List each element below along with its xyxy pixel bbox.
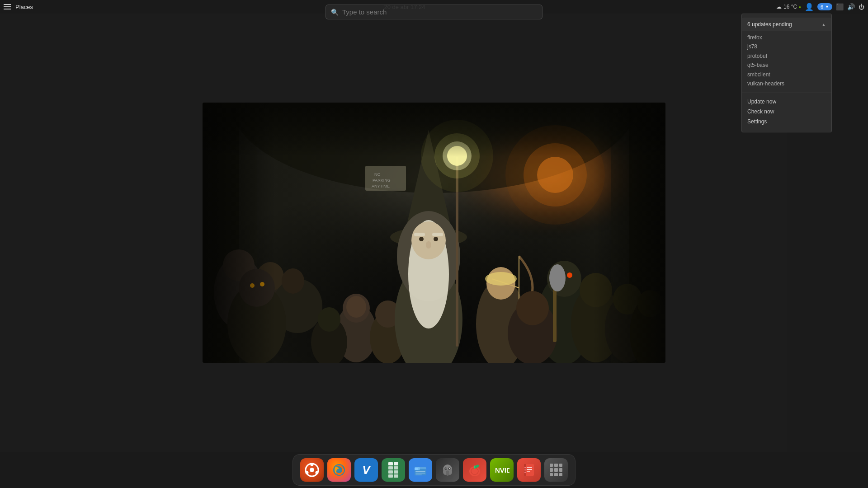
svg-point-104 xyxy=(524,472,526,473)
dock-item-nvidia[interactable]: NVIDIA xyxy=(490,458,514,482)
vmware-icon: V xyxy=(362,463,370,477)
svg-text:NO: NO xyxy=(374,172,381,177)
weather-icon: ☁ xyxy=(776,4,782,10)
search-container: 🔍 xyxy=(326,5,542,19)
search-input[interactable] xyxy=(326,5,542,19)
dock-item-tableplus[interactable] xyxy=(382,458,405,482)
package-item: js78 xyxy=(747,42,826,51)
table-icon xyxy=(388,462,398,478)
svg-text:PARKING: PARKING xyxy=(373,178,391,183)
settings-button[interactable]: Settings xyxy=(747,117,826,127)
dock-item-firefox[interactable] xyxy=(327,458,351,482)
svg-rect-80 xyxy=(415,468,418,470)
nvidia-icon: NVIDIA xyxy=(494,465,509,475)
svg-point-61 xyxy=(549,264,566,291)
characters-group: NO PARKING ANYTIME xyxy=(203,103,665,363)
svg-point-51 xyxy=(567,272,572,278)
dock-item-rednotebook[interactable] xyxy=(517,458,541,482)
svg-text:NVIDIA: NVIDIA xyxy=(495,466,509,474)
package-item: protobuf xyxy=(747,52,826,61)
svg-rect-83 xyxy=(415,474,422,475)
svg-text:ANYTIME: ANYTIME xyxy=(372,184,390,188)
svg-rect-78 xyxy=(415,469,426,475)
gnome-icon xyxy=(441,463,454,477)
svg-point-32 xyxy=(411,221,446,259)
updates-dropdown: 6 updates pending ▲ firefox js78 protobu… xyxy=(741,14,832,132)
wallpaper-background: NO PARKING ANYTIME xyxy=(203,103,665,363)
dock-item-files[interactable] xyxy=(409,458,432,482)
svg-rect-99 xyxy=(527,467,532,468)
updates-badge[interactable]: 6 ▼ xyxy=(817,3,832,10)
tomato-icon xyxy=(468,463,481,477)
package-item: qt5-base xyxy=(747,61,826,70)
svg-point-91 xyxy=(449,468,450,469)
places-menu[interactable]: Places xyxy=(15,4,33,10)
updates-dropdown-header[interactable]: 6 updates pending ▲ xyxy=(742,18,831,31)
weather-widget: ☁ 16 °C ● xyxy=(776,4,801,10)
dock-item-grid[interactable] xyxy=(544,458,568,482)
scene-overlay: NO PARKING ANYTIME xyxy=(203,103,665,363)
weather-temp: 16 °C xyxy=(783,4,797,10)
svg-point-74 xyxy=(306,471,309,474)
svg-point-73 xyxy=(311,463,314,466)
svg-point-37 xyxy=(426,241,431,249)
svg-point-75 xyxy=(316,471,319,474)
dock-item-gnome[interactable] xyxy=(436,458,459,482)
svg-point-47 xyxy=(485,272,517,286)
dock-item-tomato[interactable] xyxy=(463,458,486,482)
ubuntu-logo-icon xyxy=(305,463,319,477)
svg-point-35 xyxy=(419,237,424,241)
power-icon[interactable]: ⏻ xyxy=(859,4,864,10)
svg-rect-66 xyxy=(203,103,665,157)
rednotebook-icon xyxy=(522,463,536,477)
scene-svg: NO PARKING ANYTIME xyxy=(203,103,665,363)
dock-item-ubuntu[interactable] xyxy=(300,458,324,482)
svg-point-59 xyxy=(516,291,549,325)
svg-point-103 xyxy=(524,469,526,471)
search-icon: 🔍 xyxy=(331,9,339,16)
topbar-right: ☁ 16 °C ● 👤 6 ▼ ⬛ 🔊 ⏻ xyxy=(776,3,864,11)
svg-point-36 xyxy=(434,237,438,241)
svg-rect-33 xyxy=(414,233,425,236)
taskbar: V xyxy=(0,452,868,488)
svg-point-63 xyxy=(318,307,340,332)
svg-point-72 xyxy=(310,468,314,472)
svg-rect-34 xyxy=(432,233,443,236)
svg-point-90 xyxy=(446,468,447,469)
svg-point-24 xyxy=(346,296,366,318)
dock-item-vmware[interactable]: V xyxy=(354,458,378,482)
dock: V xyxy=(292,454,576,486)
weather-dot: ● xyxy=(799,5,801,9)
files-icon xyxy=(414,464,427,476)
dropdown-actions: Update now Check now Settings xyxy=(742,93,831,128)
update-now-button[interactable]: Update now xyxy=(747,97,826,107)
svg-point-17 xyxy=(282,268,304,294)
svg-rect-82 xyxy=(415,473,425,474)
updates-count: 6 xyxy=(821,4,823,9)
topbar-left: Places xyxy=(4,2,33,11)
svg-rect-101 xyxy=(527,471,530,472)
svg-point-102 xyxy=(524,467,526,469)
grid-icon xyxy=(550,464,562,476)
wallpaper-canvas: NO PARKING ANYTIME xyxy=(203,103,665,363)
volume-icon[interactable]: 🔊 xyxy=(847,3,855,10)
wallpaper-area: NO PARKING ANYTIME xyxy=(0,14,868,452)
package-list: firefox js78 protobuf qt5-base smbclient… xyxy=(742,31,831,90)
display-icon[interactable]: ⬛ xyxy=(836,3,844,10)
svg-rect-81 xyxy=(415,471,425,472)
check-now-button[interactable]: Check now xyxy=(747,107,826,117)
package-item: vulkan-headers xyxy=(747,79,826,88)
firefox-icon xyxy=(332,463,346,477)
svg-point-87 xyxy=(446,470,449,476)
svg-rect-100 xyxy=(527,469,532,470)
chevron-down-icon: ▼ xyxy=(825,5,829,9)
package-item: firefox xyxy=(747,33,826,42)
package-item: smbclient xyxy=(747,70,826,79)
updates-pending-label: 6 updates pending xyxy=(747,21,792,28)
chevron-up-icon: ▲ xyxy=(821,22,826,27)
person-icon[interactable]: 👤 xyxy=(805,3,814,11)
app-menu-icon[interactable] xyxy=(4,2,13,11)
